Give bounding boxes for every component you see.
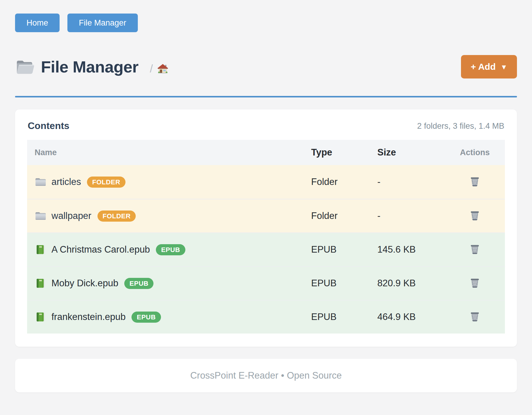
add-button[interactable]: + Add ▼ [461, 55, 517, 78]
delete-button[interactable] [469, 210, 481, 222]
actions-cell [445, 210, 505, 222]
contents-card: Contents 2 folders, 3 files, 1.4 MB Name… [15, 109, 517, 347]
actions-cell [445, 243, 505, 256]
size-cell: 820.9 KB [376, 278, 445, 289]
book-icon [35, 244, 47, 255]
name-cell: wallpaper FOLDER [27, 211, 309, 222]
column-header-size: Size [376, 147, 445, 158]
delete-button[interactable] [469, 243, 481, 256]
footer-card: CrossPoint E-Reader • Open Source [15, 359, 517, 392]
table-header-row: Name Type Size Actions [27, 140, 505, 165]
type-badge: EPUB [131, 312, 161, 323]
trash-icon [469, 210, 481, 220]
nav-file-manager-button[interactable]: File Manager [67, 14, 138, 32]
folder-icon [35, 177, 47, 187]
type-badge: FOLDER [97, 211, 136, 222]
name-cell: A Christmas Carol.epub EPUB [27, 244, 309, 255]
column-header-name: Name [27, 148, 309, 157]
book-icon [35, 312, 47, 322]
type-badge: EPUB [156, 244, 185, 255]
trash-icon [469, 311, 481, 321]
file-name-link[interactable]: A Christmas Carol.epub [51, 244, 150, 255]
breadcrumb: / [150, 63, 169, 75]
size-cell: 145.6 KB [376, 244, 445, 255]
table-row: Moby Dick.epub EPUB EPUB 820.9 KB [27, 266, 505, 300]
folder-icon [35, 211, 47, 221]
breadcrumb-separator: / [150, 63, 153, 75]
trash-icon [469, 243, 481, 254]
type-badge: FOLDER [87, 177, 125, 188]
file-name-link[interactable]: Moby Dick.epub [51, 278, 118, 289]
size-cell: - [376, 177, 445, 187]
type-cell: EPUB [309, 312, 376, 322]
footer-text: CrossPoint E-Reader • Open Source [190, 370, 342, 381]
column-header-actions: Actions [445, 148, 505, 157]
size-cell: 464.9 KB [376, 312, 445, 322]
contents-title: Contents [28, 120, 70, 131]
file-name-link[interactable]: articles [51, 177, 81, 187]
add-button-label: + Add [471, 62, 496, 72]
type-cell: EPUB [309, 278, 376, 289]
name-cell: Moby Dick.epub EPUB [27, 278, 309, 289]
header-divider [15, 96, 517, 97]
delete-button[interactable] [469, 277, 481, 290]
file-name-link[interactable]: wallpaper [51, 211, 91, 221]
name-cell: frankenstein.epub EPUB [27, 312, 309, 323]
size-cell: - [376, 211, 445, 221]
type-badge: EPUB [124, 278, 153, 289]
table-row: frankenstein.epub EPUB EPUB 464.9 KB [27, 300, 505, 334]
file-table: Name Type Size Actions articles FOLDER F… [27, 140, 505, 334]
open-folder-icon [15, 58, 35, 75]
nav-home-button[interactable]: Home [15, 14, 60, 32]
house-icon[interactable] [157, 63, 169, 75]
page-header: File Manager / + Add ▼ [15, 55, 517, 79]
title-wrap: File Manager / [15, 57, 461, 76]
table-body: articles FOLDER Folder - wallpaper FOLDE… [27, 165, 505, 334]
book-icon [35, 278, 47, 289]
table-row: A Christmas Carol.epub EPUB EPUB 145.6 K… [27, 232, 505, 266]
column-header-type: Type [309, 147, 376, 158]
contents-summary: 2 folders, 3 files, 1.4 MB [417, 121, 504, 131]
actions-cell [445, 311, 505, 323]
actions-cell [445, 176, 505, 188]
top-nav: Home File Manager [15, 14, 517, 32]
page: Home File Manager File Manager / + Add ▼… [0, 0, 532, 415]
type-cell: EPUB [309, 244, 376, 255]
trash-icon [469, 277, 481, 288]
actions-cell [445, 277, 505, 290]
table-row: articles FOLDER Folder - [27, 165, 505, 199]
name-cell: articles FOLDER [27, 177, 309, 188]
type-cell: Folder [309, 177, 376, 187]
file-name-link[interactable]: frankenstein.epub [51, 312, 125, 322]
delete-button[interactable] [469, 176, 481, 188]
table-row: wallpaper FOLDER Folder - [27, 199, 505, 232]
trash-icon [469, 176, 481, 186]
contents-card-header: Contents 2 folders, 3 files, 1.4 MB [27, 120, 505, 131]
page-title: File Manager [41, 57, 138, 76]
chevron-down-icon: ▼ [500, 64, 507, 71]
delete-button[interactable] [469, 311, 481, 323]
type-cell: Folder [309, 211, 376, 221]
